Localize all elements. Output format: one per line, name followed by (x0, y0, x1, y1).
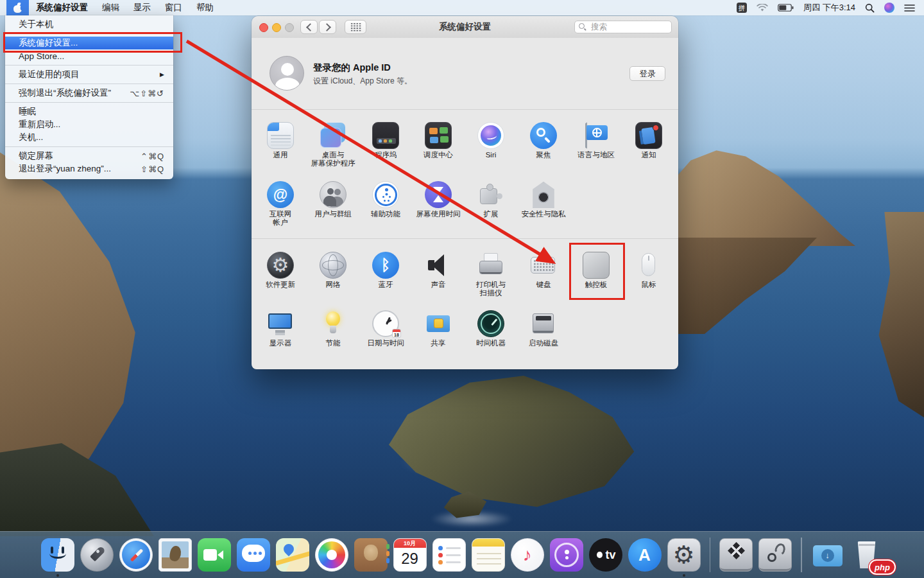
pref-trackpad[interactable]: 触控板 (570, 252, 622, 297)
search-field[interactable] (574, 21, 672, 33)
pref-label: 语言与地区 (578, 151, 615, 159)
login-button[interactable]: 登录 (629, 66, 665, 81)
menu-item-label: 重新启动... (19, 119, 60, 130)
spotlight-search-icon[interactable] (865, 3, 875, 13)
apple-menu-item[interactable]: 强制退出“系统偏好设置”⌥⇧⌘↺ (5, 87, 173, 100)
pref-label: 软件更新 (266, 281, 295, 289)
pref-row-1: 通用桌面与 屏幕保护程序程序坞调度中心Siri聚焦语言与地区通知 (254, 122, 675, 168)
podcasts-icon (550, 538, 583, 572)
pref-displays[interactable]: 显示器 (254, 310, 307, 347)
pref-mouse[interactable]: 鼠标 (622, 252, 675, 297)
pref-sound[interactable]: 声音 (412, 252, 465, 297)
pref-mission[interactable]: 调度中心 (412, 122, 465, 168)
minimize-button[interactable] (272, 23, 281, 32)
reminders-icon (432, 538, 466, 572)
pref-desktop[interactable]: 桌面与 屏幕保护程序 (307, 122, 359, 168)
apple-menu-item[interactable]: 关机... (5, 131, 173, 144)
pref-language[interactable]: 语言与地区 (570, 122, 622, 168)
show-all-grid-button[interactable] (345, 20, 366, 34)
dock-facetime[interactable] (198, 538, 231, 572)
pref-timemachine[interactable]: 时间机器 (465, 310, 517, 347)
menu-item-label: App Store... (19, 51, 64, 61)
menu-bar-item-1[interactable]: 编辑 (95, 2, 126, 13)
pref-startupdisk[interactable]: 启动磁盘 (517, 310, 570, 347)
apple-menu-item[interactable]: 睡眠 (5, 105, 173, 118)
pref-bluetooth[interactable]: 蓝牙 (359, 252, 412, 297)
back-button[interactable] (300, 20, 318, 34)
pref-dockpref[interactable]: 程序坞 (359, 122, 412, 168)
security-icon (530, 181, 557, 208)
dock-reminders[interactable] (432, 538, 466, 572)
dock-safari[interactable] (119, 538, 153, 572)
apple-menu-item[interactable]: 锁定屏幕⌃⌘Q (5, 150, 173, 162)
pref-update[interactable]: 软件更新 (254, 252, 307, 297)
apple-menu-item[interactable]: 重新启动... (5, 118, 173, 131)
pref-siri[interactable]: Siri (465, 122, 517, 168)
pref-notifications[interactable]: 通知 (622, 122, 675, 168)
dock-podcasts[interactable] (550, 538, 583, 572)
dock-music[interactable] (511, 538, 544, 572)
update-icon (267, 252, 294, 279)
pref-general[interactable]: 通用 (254, 122, 307, 168)
siri-icon (477, 122, 504, 149)
apple-id-row[interactable]: 登录您的 Apple ID 设置 iCloud、App Store 等。 登录 (270, 56, 665, 92)
dock-contacts[interactable] (354, 538, 388, 572)
menu-bar-item-3[interactable]: 窗口 (158, 2, 189, 13)
music-icon (511, 538, 544, 572)
search-input[interactable] (590, 22, 667, 32)
menu-bar-clock[interactable]: 周四 下午3:14 (803, 2, 855, 13)
dock-disk-doctor[interactable] (758, 538, 792, 572)
input-method-icon[interactable]: 拼 (737, 3, 747, 13)
pref-users[interactable]: 用户与群组 (307, 181, 359, 227)
pref-label: 通知 (642, 151, 656, 159)
divider (252, 238, 678, 239)
window-titlebar[interactable]: 系统偏好设置 (252, 16, 678, 39)
pref-extensions[interactable]: 扩展 (465, 181, 517, 227)
apple-menu-item[interactable]: 系统偏好设置... (5, 37, 173, 49)
dock-appletv[interactable] (589, 538, 622, 572)
dock-launchpad[interactable] (80, 538, 114, 572)
dock-downloads[interactable] (811, 538, 844, 572)
pref-security[interactable]: 安全性与隐私 (517, 181, 570, 227)
dock-notes[interactable] (472, 538, 505, 572)
dock-appstore[interactable] (628, 538, 662, 572)
dock-messages[interactable] (237, 538, 270, 572)
pref-datetime[interactable]: 18日期与时间 (359, 310, 412, 347)
menu-bar-item-2[interactable]: 显示 (126, 2, 158, 13)
pref-keyboard[interactable]: 键盘 (517, 252, 570, 297)
system-preferences-window: 系统偏好设置 登录您的 Apple ID 设置 iCloud、App Store… (252, 16, 678, 369)
displays-icon (267, 310, 294, 337)
pref-spotlight[interactable]: 聚焦 (517, 122, 570, 168)
menu-bar-item-4[interactable]: 帮助 (189, 2, 221, 13)
pref-internet[interactable]: 互联网 帐户 (254, 181, 307, 227)
notification-center-icon[interactable] (904, 4, 915, 12)
pref-screentime[interactable]: 屏幕使用时间 (412, 181, 465, 227)
apple-menu-item[interactable]: App Store... (5, 49, 173, 62)
dock-finder[interactable] (41, 538, 74, 572)
apple-menu-item[interactable]: 关于本机 (5, 18, 173, 31)
window-content: 登录您的 Apple ID 设置 iCloud、App Store 等。 登录 … (252, 38, 678, 369)
menu-bar-app-title[interactable]: 系统偏好设置 (29, 2, 95, 13)
forward-button[interactable] (319, 20, 336, 34)
dock-disk-bootcamp[interactable] (719, 538, 753, 572)
pref-sharing[interactable]: 共享 (412, 310, 465, 347)
apple-menu-item[interactable]: 最近使用的项目▶ (5, 68, 173, 81)
apple-menu-item[interactable]: 退出登录“yuan zheng”...⇧⌘Q (5, 162, 173, 175)
pref-accessibility[interactable]: 辅助功能 (359, 181, 412, 227)
zoom-button[interactable] (285, 23, 294, 32)
pref-energy[interactable]: 节能 (307, 310, 359, 347)
dock-sysprefs[interactable] (667, 538, 701, 572)
pref-network[interactable]: 网络 (307, 252, 359, 297)
dock-photos[interactable] (315, 538, 348, 572)
dock-mail[interactable] (158, 538, 192, 572)
close-button[interactable] (259, 23, 268, 32)
dock-maps[interactable] (276, 538, 309, 572)
wifi-icon[interactable] (757, 4, 768, 12)
apple-menu-button[interactable] (6, 0, 29, 15)
pref-printers[interactable]: 打印机与 扫描仪 (465, 252, 517, 297)
siri-icon[interactable] (884, 3, 894, 13)
pref-label: 打印机与 扫描仪 (476, 281, 506, 297)
messages-icon (237, 538, 270, 572)
battery-icon[interactable] (778, 4, 794, 12)
dock-calendar[interactable]: 10月29 (393, 538, 427, 572)
